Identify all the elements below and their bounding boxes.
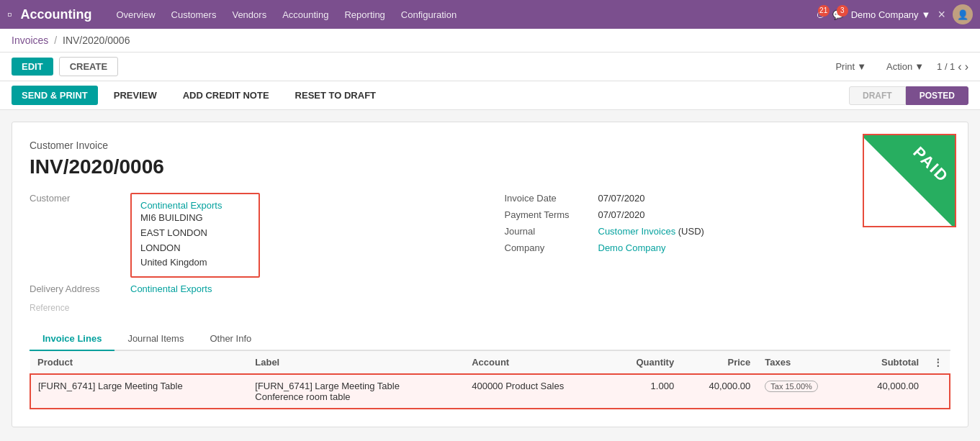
chat-badge: 3: [837, 5, 848, 17]
customer-name-link[interactable]: Continental Exports: [140, 200, 222, 211]
chat-button[interactable]: 💬 3: [832, 9, 844, 20]
prev-page-button[interactable]: ‹: [958, 60, 961, 73]
cell-taxes: Tax 15.00%: [758, 374, 849, 409]
avatar[interactable]: 👤: [953, 4, 973, 24]
cell-options: [926, 374, 950, 409]
pagination-text: 1 / 1: [937, 61, 955, 72]
customer-label: Customer: [30, 193, 130, 204]
company-label: Company: [505, 242, 598, 253]
preview-button[interactable]: PREVIEW: [104, 86, 167, 105]
journal-label: Journal: [505, 226, 598, 237]
grid-icon[interactable]: ▫: [7, 7, 12, 22]
paid-stamp-wrapper: PAID: [863, 134, 956, 227]
customer-field-row: Customer Continental Exports MI6 BUILDIN…: [30, 193, 476, 278]
nav-accounting[interactable]: Accounting: [277, 9, 334, 20]
col-account: Account: [464, 351, 610, 374]
tab-other-info[interactable]: Other Info: [197, 327, 264, 351]
status-bar: DRAFT POSTED: [849, 86, 968, 105]
label-line2: Conference room table: [255, 391, 457, 402]
customer-box: Continental Exports MI6 BUILDING EAST LO…: [130, 193, 260, 278]
invoice-fields: Customer Continental Exports MI6 BUILDIN…: [30, 193, 950, 313]
send-print-button[interactable]: SEND & PRINT: [12, 86, 98, 105]
nav-overview[interactable]: Overview: [110, 9, 161, 20]
main-content: PAID Customer Invoice INV/2020/0006 Cust…: [0, 110, 980, 439]
delivery-field-row: Delivery Address Continental Exports: [30, 283, 476, 297]
address-line3: LONDON: [140, 241, 250, 256]
label-line1: [FURN_6741] Large Meeting Table: [255, 381, 457, 391]
action-chevron-icon: ▼: [914, 61, 924, 72]
cell-product: [FURN_6741] Large Meeting Table: [30, 374, 248, 409]
nav-customers[interactable]: Customers: [166, 9, 222, 20]
secondary-bar: SEND & PRINT PREVIEW ADD CREDIT NOTE RES…: [0, 81, 980, 110]
table-header-row: Product Label Account Quantity Price Tax…: [30, 351, 950, 374]
close-button[interactable]: ×: [938, 7, 945, 22]
customer-address: MI6 BUILDING EAST LONDON LONDON United K…: [140, 211, 250, 270]
tab-journal-items[interactable]: Journal Items: [114, 327, 197, 351]
edit-button[interactable]: EDIT: [12, 58, 53, 76]
tax-badge: Tax 15.00%: [765, 381, 817, 392]
address-line1: MI6 BUILDING: [140, 211, 250, 226]
breadcrumb: Invoices / INV/2020/0006: [0, 29, 980, 53]
journal-currency: (USD): [678, 226, 704, 237]
invoice-date-value: 07/07/2020: [598, 193, 645, 204]
cell-quantity: 1.000: [610, 374, 681, 409]
pagination: 1 / 1 ‹ ›: [937, 60, 968, 73]
table-row: [FURN_6741] Large Meeting Table [FURN_67…: [30, 374, 950, 409]
user-icon: 👤: [957, 9, 968, 20]
tabs-bar: Invoice Lines Journal Items Other Info: [30, 327, 950, 351]
breadcrumb-separator: /: [54, 35, 57, 46]
journal-value: Customer Invoices (USD): [598, 226, 704, 237]
cell-account: 400000 Product Sales: [464, 374, 610, 409]
delivery-address-label: Delivery Address: [30, 283, 130, 294]
delivery-address-value[interactable]: Continental Exports: [130, 283, 212, 294]
nav-vendors[interactable]: Vendors: [226, 9, 272, 20]
breadcrumb-parent[interactable]: Invoices: [12, 35, 48, 46]
next-page-button[interactable]: ›: [965, 60, 968, 73]
nav-configuration[interactable]: Configuration: [395, 9, 462, 20]
print-button[interactable]: Print ▼: [828, 58, 873, 76]
tab-invoice-lines[interactable]: Invoice Lines: [30, 327, 114, 351]
clock-button[interactable]: ⏱ 21: [816, 9, 825, 20]
add-credit-note-button[interactable]: ADD CREDIT NOTE: [173, 86, 279, 105]
top-navigation: ▫ Accounting Overview Customers Vendors …: [0, 0, 980, 29]
payment-terms-value: 07/07/2020: [598, 209, 645, 220]
clock-badge: 21: [818, 5, 830, 17]
col-price: Price: [681, 351, 758, 374]
cell-subtotal: 40,000.00: [850, 374, 926, 409]
invoice-table: Product Label Account Quantity Price Tax…: [30, 351, 950, 409]
cell-price: 40,000.00: [681, 374, 758, 409]
chevron-down-icon: ▼: [922, 9, 931, 20]
app-name: Accounting: [20, 7, 91, 22]
print-label: Print: [835, 61, 855, 72]
invoice-number: INV/2020/0006: [30, 155, 950, 178]
address-line2: EAST LONDON: [140, 226, 250, 241]
print-chevron-icon: ▼: [857, 61, 866, 72]
nav-reporting[interactable]: Reporting: [338, 9, 390, 20]
company-name-label: Demo Company: [851, 9, 919, 20]
invoice-date-label: Invoice Date: [505, 193, 598, 204]
company-selector[interactable]: Demo Company ▼: [851, 9, 931, 20]
left-fields: Customer Continental Exports MI6 BUILDIN…: [30, 193, 476, 313]
col-label: Label: [248, 351, 464, 374]
col-product: Product: [30, 351, 248, 374]
action-label: Action: [886, 61, 912, 72]
journal-value-link[interactable]: Customer Invoices: [598, 226, 676, 237]
status-posted[interactable]: POSTED: [906, 86, 968, 105]
breadcrumb-current: INV/2020/0006: [63, 35, 130, 46]
col-subtotal: Subtotal: [850, 351, 926, 374]
action-bar: EDIT CREATE Print ▼ Action ▼ 1 / 1 ‹ ›: [0, 53, 980, 81]
company-value-link[interactable]: Demo Company: [598, 242, 666, 253]
invoice-type: Customer Invoice: [30, 140, 950, 151]
reset-to-draft-button[interactable]: RESET TO DRAFT: [285, 86, 386, 105]
cell-label: [FURN_6741] Large Meeting Table Conferen…: [248, 374, 464, 409]
invoice-card: PAID Customer Invoice INV/2020/0006 Cust…: [12, 122, 968, 427]
status-draft[interactable]: DRAFT: [849, 86, 906, 105]
action-button[interactable]: Action ▼: [879, 58, 931, 76]
create-button[interactable]: CREATE: [59, 57, 118, 76]
col-quantity: Quantity: [610, 351, 681, 374]
col-options: ⋮: [926, 351, 950, 374]
payment-terms-label: Payment Terms: [505, 209, 598, 220]
address-line4: United Kingdom: [140, 255, 250, 270]
journal-row: Journal Customer Invoices (USD): [505, 226, 951, 237]
company-row: Company Demo Company: [505, 242, 951, 253]
